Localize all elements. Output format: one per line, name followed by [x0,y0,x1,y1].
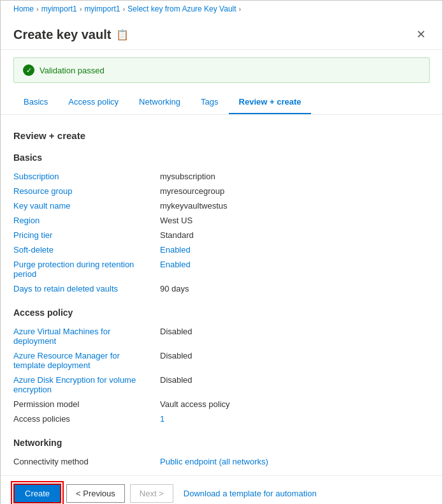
field-azure-rm: Azure Resource Manager for template depl… [13,348,430,373]
field-access-policies: Access policies 1 [13,411,430,426]
modal-header: Create key vault 📋 ✕ [1,17,442,50]
main-content: Review + create Basics Subscription mysu… [1,115,442,475]
breadcrumb-home[interactable]: Home [13,4,34,13]
field-azure-disk: Azure Disk Encryption for volume encrypt… [13,373,430,397]
networking-section-title: Networking [13,438,430,448]
tab-basics[interactable]: Basics [13,91,58,114]
previous-button[interactable]: < Previous [66,484,125,503]
create-key-vault-modal: Home › myimport1 › myimport1 › Select ke… [0,0,443,504]
check-icon: ✓ [23,64,34,76]
field-label-days-retain: Days to retain deleted vaults [13,284,160,293]
breadcrumb-myimport1-1[interactable]: myimport1 [41,4,77,13]
field-connectivity: Connectivity method Public endpoint (all… [13,454,430,469]
field-label-key-vault-name: Key vault name [13,201,160,211]
field-value-azure-vm: Disabled [160,327,430,336]
access-policy-section-title: Access policy [13,308,430,318]
field-value-subscription: mysubscription [160,172,430,181]
field-value-soft-delete: Enabled [160,245,430,255]
field-label-resource-group: Resource group [13,186,160,196]
field-soft-delete: Soft-delete Enabled [13,242,430,257]
field-label-permission-model: Permission model [13,399,160,409]
section-review-title: Review + create [13,130,430,141]
validation-banner: ✓ Validation passed [13,57,430,83]
field-value-days-retain: 90 days [160,284,430,293]
field-days-retain: Days to retain deleted vaults 90 days [13,281,430,296]
field-key-vault-name: Key vault name mykeyvaultwestus [13,198,430,213]
breadcrumb-myimport1-2[interactable]: myimport1 [84,4,120,13]
field-azure-vm: Azure Virtual Machines for deployment Di… [13,324,430,348]
breadcrumb: Home › myimport1 › myimport1 › Select ke… [1,1,442,17]
basics-section-title: Basics [13,152,430,163]
field-label-region: Region [13,216,160,225]
tab-review-create[interactable]: Review + create [229,91,312,114]
tab-tags[interactable]: Tags [191,91,228,114]
field-purge-protection: Purge protection during retention period… [13,257,430,281]
create-button[interactable]: Create [13,484,61,503]
tab-networking[interactable]: Networking [129,91,191,114]
validation-message: Validation passed [40,66,105,75]
field-label-azure-rm: Azure Resource Manager for template depl… [13,351,160,370]
field-value-key-vault-name: mykeyvaultwestus [160,201,430,211]
close-button[interactable]: ✕ [412,26,430,43]
breadcrumb-select-key[interactable]: Select key from Azure Key Vault [127,4,236,13]
field-value-pricing-tier: Standard [160,230,430,240]
field-value-access-policies[interactable]: 1 [160,414,430,424]
field-label-azure-disk: Azure Disk Encryption for volume encrypt… [13,375,160,394]
field-label-purge-protection: Purge protection during retention period [13,260,160,279]
field-label-soft-delete: Soft-delete [13,245,160,255]
field-value-purge-protection: Enabled [160,260,430,269]
tab-access-policy[interactable]: Access policy [58,91,129,114]
field-permission-model: Permission model Vault access policy [13,397,430,411]
field-value-connectivity: Public endpoint (all networks) [160,457,430,466]
footer: Create < Previous Next > Download a temp… [1,475,442,504]
field-resource-group: Resource group myresourcegroup [13,184,430,198]
next-button[interactable]: Next > [130,484,173,503]
tab-bar: Basics Access policy Networking Tags Rev… [1,91,442,115]
field-value-permission-model: Vault access policy [160,399,430,409]
copy-icon[interactable]: 📋 [116,29,129,41]
field-pricing-tier: Pricing tier Standard [13,228,430,242]
field-value-region: West US [160,216,430,225]
field-region: Region West US [13,213,430,228]
field-value-azure-disk: Disabled [160,375,430,385]
modal-title: Create key vault 📋 [13,27,129,42]
field-label-azure-vm: Azure Virtual Machines for deployment [13,327,160,346]
page-title: Create key vault [13,27,111,42]
field-value-resource-group: myresourcegroup [160,186,430,196]
field-value-azure-rm: Disabled [160,351,430,360]
download-template-link[interactable]: Download a template for automation [184,489,317,498]
field-subscription: Subscription mysubscription [13,169,430,184]
field-label-subscription: Subscription [13,172,160,181]
field-label-access-policies: Access policies [13,414,160,424]
field-label-pricing-tier: Pricing tier [13,230,160,240]
field-label-connectivity: Connectivity method [13,457,160,466]
